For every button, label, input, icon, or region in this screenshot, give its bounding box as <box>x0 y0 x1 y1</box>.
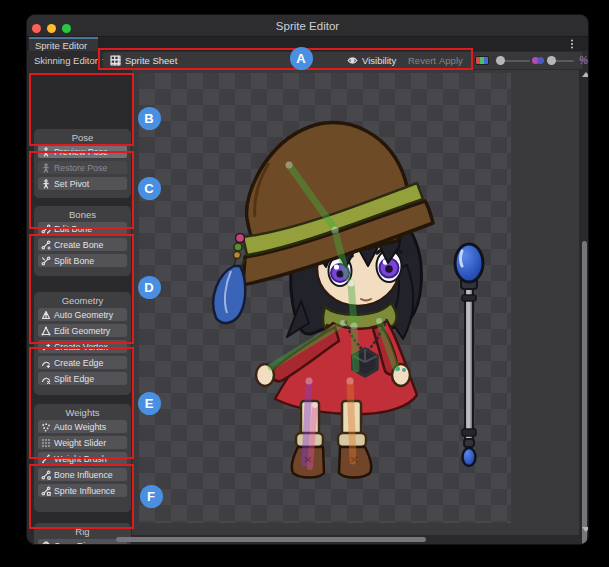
auto-weights-icon <box>41 422 51 432</box>
slider-knob[interactable] <box>496 56 505 65</box>
button-label: Bone Influence <box>54 470 113 480</box>
skinning-toolbar: Skinning Editor Sprite Sheet Visibility … <box>27 51 588 70</box>
button-label: Split Edge <box>54 374 94 384</box>
sprite-sheet-button[interactable]: Sprite Sheet <box>110 52 177 69</box>
visibility-button[interactable]: Visibility <box>347 52 396 69</box>
revert-label: Revert <box>408 55 436 66</box>
sidebar: PosePreview PoseRestore PoseSet PivotBon… <box>27 70 132 535</box>
button-label: Weight Brush <box>54 454 107 464</box>
sprite-sheet-label: Sprite Sheet <box>125 55 177 66</box>
button-label: Weight Slider <box>54 438 106 448</box>
create-bone-button[interactable]: Create Bone <box>38 238 127 251</box>
button-label: Preview Pose <box>54 147 108 157</box>
split-bone-icon <box>41 256 51 266</box>
vertical-scrollbar[interactable] <box>579 125 589 545</box>
auto-geometry-button[interactable]: Auto Geometry <box>38 308 127 321</box>
scroll-up-icon[interactable] <box>582 72 590 77</box>
button-label: Set Pivot <box>54 179 89 189</box>
vertical-scrollbar-thumb[interactable] <box>582 241 587 545</box>
visibility-label: Visibility <box>362 55 396 66</box>
panel-title: Pose <box>34 129 131 145</box>
set-pivot-button[interactable]: Set Pivot <box>38 177 127 190</box>
edit-bone-icon <box>41 224 51 234</box>
edit-geometry-button[interactable]: Edit Geometry <box>38 324 127 337</box>
panel-geometry: GeometryAuto GeometryEdit GeometryCreate… <box>34 292 131 395</box>
sprite-editor-window: Sprite Editor Sprite Editor Skinning Edi… <box>26 14 589 545</box>
apply-button: Apply <box>439 52 463 69</box>
panel-pose: PosePreview PoseRestore PoseSet Pivot <box>34 129 131 198</box>
sprite-sheet-icon <box>110 55 121 66</box>
preview-pose-icon <box>41 147 51 157</box>
button-label: Create Edge <box>54 358 103 368</box>
percent-icon: % <box>579 55 588 66</box>
split-bone-button[interactable]: Split Bone <box>38 254 127 267</box>
slider-knob[interactable] <box>547 56 556 65</box>
bone-color-icon <box>532 57 544 65</box>
button-label: Split Bone <box>54 256 94 266</box>
weight-slider-icon <box>41 438 51 448</box>
panel-bones: BonesEdit BoneCreate BoneSplit Bone <box>34 206 131 276</box>
bone-influence-button[interactable]: Bone Influence <box>38 468 127 481</box>
sprite-influence-icon <box>41 486 51 496</box>
sprite-canvas[interactable] <box>132 70 579 535</box>
sprite-influence-button[interactable]: Sprite Influence <box>38 484 127 497</box>
edit-bone-button[interactable]: Edit Bone <box>38 222 127 235</box>
apply-label: Apply <box>439 55 463 66</box>
split-edge-button[interactable]: Split Edge <box>38 372 127 385</box>
panel-weights: WeightsAuto WeightsWeight SliderWeight B… <box>34 404 131 512</box>
button-label: Auto Weights <box>54 422 106 432</box>
tab-bar: Sprite Editor <box>27 37 588 51</box>
restore-pose-button: Restore Pose <box>38 161 127 174</box>
panel-title: Weights <box>34 404 131 420</box>
button-label: Edit Geometry <box>54 326 110 336</box>
window-title: Sprite Editor <box>27 20 588 32</box>
edit-geometry-icon <box>41 326 51 336</box>
auto-geometry-icon <box>41 310 51 320</box>
button-label: Auto Geometry <box>54 310 113 320</box>
eye-icon <box>347 55 358 66</box>
bone-influence-icon <box>41 470 51 480</box>
scroll-down-icon[interactable] <box>582 527 590 532</box>
weight-brush-icon <box>41 454 51 464</box>
create-bone-icon <box>41 240 51 250</box>
button-label: Sprite Influence <box>54 486 115 496</box>
panel-title: Geometry <box>34 292 131 308</box>
set-pivot-icon <box>41 179 51 189</box>
split-edge-icon <box>41 374 51 384</box>
button-label: Restore Pose <box>54 163 107 173</box>
tab-sprite-editor[interactable]: Sprite Editor <box>29 37 98 51</box>
weight-slider-button[interactable]: Weight Slider <box>38 436 127 449</box>
sprite-opacity-slider[interactable] <box>496 52 530 69</box>
horizontal-scrollbar[interactable] <box>27 535 579 545</box>
sprite-color-toggle[interactable] <box>475 56 489 65</box>
button-label: Create Vertex <box>54 342 108 352</box>
toolbar-strip: Sprite Sheet Visibility Revert Apply <box>103 52 583 69</box>
sprite-texture <box>139 73 511 523</box>
bone-opacity-slider[interactable] <box>547 52 574 69</box>
mode-dropdown[interactable]: Skinning Editor <box>30 53 112 68</box>
auto-weights-button[interactable]: Auto Weights <box>38 420 127 433</box>
panel-title: Bones <box>34 206 131 222</box>
weight-brush-button[interactable]: Weight Brush <box>38 452 127 465</box>
more-options-icon[interactable] <box>567 38 577 50</box>
title-bar[interactable]: Sprite Editor <box>27 15 588 37</box>
revert-button: Revert <box>408 52 436 69</box>
staff-art <box>455 244 483 466</box>
restore-pose-icon <box>41 163 51 173</box>
editor-content: PosePreview PoseRestore PoseSet PivotBon… <box>27 70 589 535</box>
mode-dropdown-label: Skinning Editor <box>34 55 98 66</box>
button-label: Edit Bone <box>54 224 92 234</box>
create-edge-icon <box>41 358 51 368</box>
preview-pose-button[interactable]: Preview Pose <box>38 145 127 158</box>
create-edge-button[interactable]: Create Edge <box>38 356 127 369</box>
character-sprite-art <box>139 73 511 523</box>
create-vertex-button[interactable]: Create Vertex <box>38 340 127 353</box>
button-label: Create Bone <box>54 240 103 250</box>
create-vertex-icon <box>41 342 51 352</box>
horizontal-scrollbar-thumb[interactable] <box>116 537 426 542</box>
